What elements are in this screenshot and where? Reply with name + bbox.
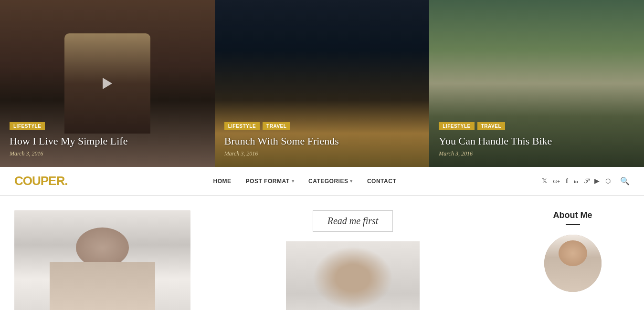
- logo-text: COUPER: [14, 174, 64, 188]
- hero-title-2: Brunch With Some Friends: [224, 135, 339, 147]
- tag-lifestyle-3: LIFESTYLE: [439, 122, 474, 130]
- tag-lifestyle-1: LIFESTYLE: [10, 122, 45, 130]
- post-format-dropdown-arrow: ▾: [292, 178, 295, 184]
- tag-lifestyle-2: LIFESTYLE: [224, 122, 260, 130]
- youtube-icon[interactable]: ▶: [594, 177, 600, 185]
- about-divider: [566, 224, 580, 225]
- hero-title-1: How I Live My Simple Life: [10, 135, 127, 147]
- main-right-column: About Me: [501, 196, 644, 310]
- left-image: [14, 210, 190, 310]
- tag-travel-2: TRAVEL: [263, 122, 290, 130]
- pinterest-icon[interactable]: 𝒫: [584, 177, 589, 185]
- categories-dropdown-arrow: ▾: [350, 178, 353, 184]
- nav-home[interactable]: HOME: [213, 178, 232, 185]
- navbar: COUPER. HOME POST FORMAT ▾ CATEGORIES ▾ …: [0, 167, 644, 196]
- logo-dot: .: [64, 174, 67, 188]
- main-center-column: Read me first: [205, 196, 501, 310]
- avatar-image: [544, 235, 602, 292]
- hero-item-1[interactable]: LIFESTYLE How I Live My Simple Life Marc…: [0, 0, 215, 167]
- main-content: Read me first About Me: [0, 196, 644, 310]
- hero-item-3[interactable]: LIFESTYLE TRAVEL You Can Handle This Bik…: [429, 0, 644, 167]
- read-me-title: Read me first: [327, 216, 379, 226]
- nav-post-format[interactable]: POST FORMAT ▾: [246, 178, 294, 185]
- hero-date-1: March 3, 2016: [10, 150, 127, 157]
- facebook-icon[interactable]: f: [566, 177, 568, 185]
- site-logo[interactable]: COUPER.: [14, 174, 67, 188]
- about-avatar: [544, 235, 602, 292]
- social-icons: 𝕏 G+ f in 𝒫 ▶ ⬡ 🔍: [542, 176, 630, 186]
- instagram-icon[interactable]: ⬡: [605, 177, 611, 185]
- hero-date-2: March 3, 2016: [224, 150, 339, 157]
- twitter-icon[interactable]: 𝕏: [542, 177, 547, 185]
- about-title: About Me: [516, 210, 630, 220]
- nav-contact[interactable]: CONTACT: [367, 178, 396, 185]
- google-plus-icon[interactable]: G+: [553, 178, 560, 184]
- nav-categories[interactable]: CATEGORIES ▾: [308, 178, 353, 185]
- read-me-box[interactable]: Read me first: [313, 210, 393, 232]
- hero-section: LIFESTYLE How I Live My Simple Life Marc…: [0, 0, 644, 167]
- linkedin-icon[interactable]: in: [574, 178, 578, 184]
- hero-item-2[interactable]: LIFESTYLE TRAVEL Brunch With Some Friend…: [215, 0, 430, 167]
- center-article-image: [286, 241, 420, 310]
- search-icon[interactable]: 🔍: [620, 176, 630, 186]
- tag-travel-3: TRAVEL: [477, 122, 505, 130]
- hero-title-3: You Can Handle This Bike: [439, 135, 552, 147]
- hero-date-3: March 3, 2016: [439, 150, 552, 157]
- nav-links: HOME POST FORMAT ▾ CATEGORIES ▾ CONTACT: [213, 178, 397, 185]
- play-button[interactable]: [103, 78, 112, 89]
- main-left-column: [0, 196, 205, 310]
